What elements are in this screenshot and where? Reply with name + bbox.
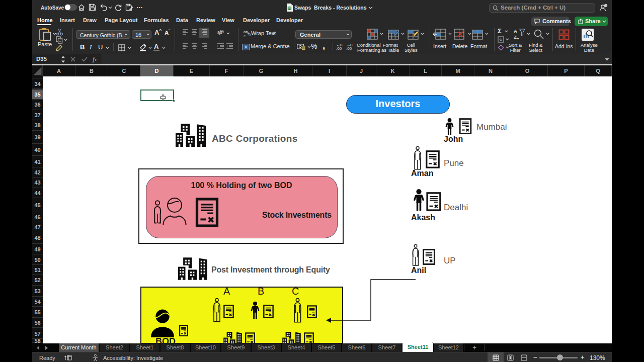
svg-text:c: c [244,34,246,38]
svg-text:Z: Z [514,34,517,40]
svg-text:A: A [514,28,517,34]
